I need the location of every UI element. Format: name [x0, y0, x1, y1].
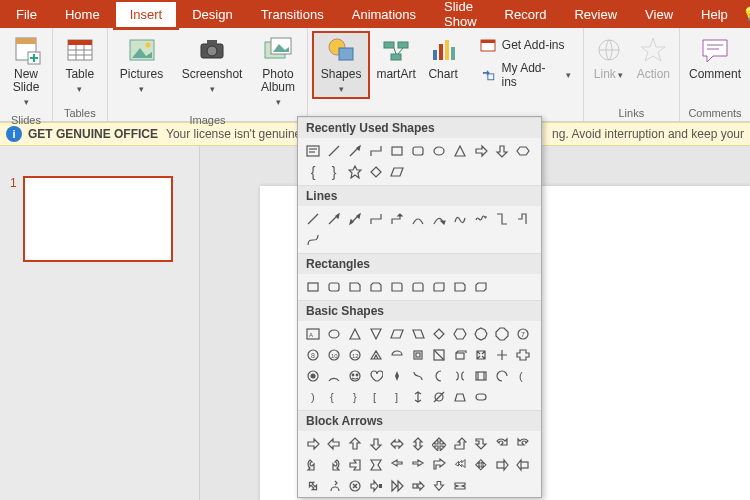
shape-basic-20[interactable] [493, 346, 511, 364]
tab-design[interactable]: Design [178, 2, 246, 27]
shape-connector[interactable] [367, 142, 385, 160]
shape-star[interactable] [346, 163, 364, 181]
shape-arrow-right[interactable] [472, 142, 490, 160]
shape-line-double-arrow[interactable] [346, 210, 364, 228]
shape-brace-left[interactable]: { [304, 163, 322, 181]
shape-basic-16[interactable] [409, 346, 427, 364]
shape-oval[interactable] [430, 142, 448, 160]
shape-round1-rect[interactable] [388, 278, 406, 296]
shape-basic-11[interactable]: 8 [304, 346, 322, 364]
shape-arrow-25[interactable] [367, 477, 385, 495]
shape-triangle[interactable] [451, 142, 469, 160]
shape-arrow-0[interactable] [304, 435, 322, 453]
shape-basic-10[interactable]: 7 [514, 325, 532, 343]
shape-basic-6[interactable] [430, 325, 448, 343]
shape-basic-1[interactable] [325, 325, 343, 343]
tab-animations[interactable]: Animations [338, 2, 430, 27]
shapes-dropdown[interactable]: Recently Used Shapes { } Lines [297, 116, 542, 498]
tell-me-icon[interactable]: 💡 [742, 6, 750, 22]
shape-connector-2[interactable] [493, 210, 511, 228]
shape-arrow-24[interactable] [346, 477, 364, 495]
shape-line-arrow[interactable] [346, 142, 364, 160]
tab-file[interactable]: File [2, 2, 51, 27]
shape-basic-13[interactable]: 12 [346, 346, 364, 364]
tab-review[interactable]: Review [560, 2, 631, 27]
shape-basic-0[interactable]: A [304, 325, 322, 343]
shape-arrow-4[interactable] [388, 435, 406, 453]
thumbnail-1[interactable]: 1 [10, 176, 189, 262]
pictures-button[interactable]: Pictures [112, 31, 172, 99]
get-addins-button[interactable]: Get Add-ins [478, 35, 573, 55]
shape-basic-39[interactable] [430, 388, 448, 406]
shape-arrow-21[interactable] [514, 456, 532, 474]
shape-basic-7[interactable] [451, 325, 469, 343]
shape-arrow-3[interactable] [367, 435, 385, 453]
shape-arrow-11[interactable] [304, 456, 322, 474]
shape-elbow[interactable] [367, 210, 385, 228]
shape-arrow-8[interactable] [472, 435, 490, 453]
shape-line[interactable] [304, 210, 322, 228]
shape-rectangle[interactable] [388, 142, 406, 160]
tab-transitions[interactable]: Transitions [247, 2, 338, 27]
shape-basic-28[interactable] [430, 367, 448, 385]
shape-arrow-10[interactable] [514, 435, 532, 453]
shape-basic-17[interactable] [430, 346, 448, 364]
shape-round2-rect[interactable] [409, 278, 427, 296]
shape-arrow-15[interactable] [388, 456, 406, 474]
my-addins-button[interactable]: My Add-ins ▾ [478, 59, 573, 91]
shape-arrow-17[interactable] [430, 456, 448, 474]
shape-basic-30[interactable] [472, 367, 490, 385]
shape-diamond[interactable] [367, 163, 385, 181]
shape-textbox[interactable] [304, 142, 322, 160]
shape-round-diag-rect[interactable] [430, 278, 448, 296]
photo-album-button[interactable]: PhotoAlbum [253, 31, 304, 112]
shape-arrow-26[interactable] [388, 477, 406, 495]
shape-arrow-27[interactable] [409, 477, 427, 495]
shape-arrow-22[interactable] [304, 477, 322, 495]
shape-basic-24[interactable] [346, 367, 364, 385]
shape-arrow-18[interactable] [451, 456, 469, 474]
shape-basic-9[interactable] [493, 325, 511, 343]
shape-snip-diag-rect[interactable] [472, 278, 490, 296]
shape-arrow-down[interactable] [493, 142, 511, 160]
shape-arrow-13[interactable] [346, 456, 364, 474]
shape-basic-41[interactable] [472, 388, 490, 406]
shape-basic-12[interactable]: 10 [325, 346, 343, 364]
shape-basic-5[interactable] [409, 325, 427, 343]
shape-basic-23[interactable] [325, 367, 343, 385]
shape-basic-4[interactable] [388, 325, 406, 343]
shape-snip-rect[interactable] [346, 278, 364, 296]
new-slide-button[interactable]: NewSlide [4, 31, 48, 112]
shape-basic-3[interactable] [367, 325, 385, 343]
shape-hexagon[interactable] [514, 142, 532, 160]
shape-curve-arrow[interactable] [430, 210, 448, 228]
shape-brace-right[interactable]: } [325, 163, 343, 181]
shape-basic-26[interactable] [388, 367, 406, 385]
shape-arrow-5[interactable] [409, 435, 427, 453]
shape-basic-22[interactable] [304, 367, 322, 385]
shape-line[interactable] [325, 142, 343, 160]
shapes-button[interactable]: Shapes [312, 31, 369, 99]
shape-arrow-7[interactable] [451, 435, 469, 453]
shape-basic-19[interactable] [472, 346, 490, 364]
tab-view[interactable]: View [631, 2, 687, 27]
shape-basic-27[interactable] [409, 367, 427, 385]
thumbnail-preview[interactable] [23, 176, 173, 262]
shape-elbow-arrow[interactable] [388, 210, 406, 228]
shape-freeform[interactable] [451, 210, 469, 228]
shape-arrow-1[interactable] [325, 435, 343, 453]
shape-round-rect[interactable] [325, 278, 343, 296]
shape-arrow-16[interactable] [409, 456, 427, 474]
shape-basic-34[interactable]: { [325, 388, 343, 406]
shape-arrow-20[interactable] [493, 456, 511, 474]
chart-button[interactable]: Chart [422, 31, 463, 84]
shape-basic-40[interactable] [451, 388, 469, 406]
tab-home[interactable]: Home [51, 2, 114, 27]
screenshot-button[interactable]: Screenshot [174, 31, 251, 99]
shape-parallelogram[interactable] [388, 163, 406, 181]
shape-rect[interactable] [304, 278, 322, 296]
shape-rounded-rect[interactable] [409, 142, 427, 160]
shape-basic-25[interactable] [367, 367, 385, 385]
shape-basic-35[interactable]: } [346, 388, 364, 406]
shape-connector-3[interactable] [514, 210, 532, 228]
